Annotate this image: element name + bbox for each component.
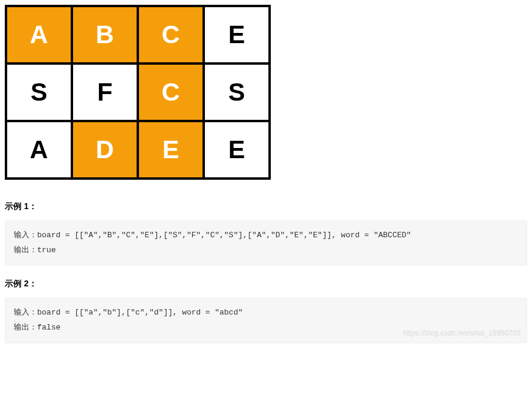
grid-cell: F [72, 64, 138, 121]
grid-cell: E [138, 121, 204, 179]
grid-cell: C [138, 64, 204, 121]
example-block: 示例 2： 输入：board = [["a","b"],["c","d"]], … [5, 279, 527, 343]
grid-cell: S [6, 64, 72, 121]
example-code: 输入：board = [["A","B","C","E"],["S","F","… [5, 220, 527, 265]
grid-cell: B [72, 6, 138, 64]
input-code: board = [["a","b"],["c","d"]], word = "a… [37, 308, 243, 317]
output-label: 输出： [14, 246, 37, 255]
grid-cell: C [138, 6, 204, 64]
input-label: 输入： [14, 231, 37, 240]
watermark-text: https://blog.csdn.net/sinat_29950703 [403, 327, 521, 340]
example-block: 示例 1： 输入：board = [["A","B","C","E"],["S"… [5, 201, 527, 265]
output-code: true [37, 246, 56, 255]
output-label: 输出： [14, 323, 37, 332]
example-title: 示例 1： [5, 201, 527, 212]
board-grid: A B C E S F C S A D E E [5, 5, 271, 180]
grid-cell: S [204, 64, 270, 121]
grid-cell: A [6, 6, 72, 64]
grid-cell: A [6, 121, 72, 179]
input-code: board = [["A","B","C","E"],["S","F","C",… [37, 231, 411, 240]
input-label: 输入： [14, 308, 37, 317]
grid-cell: E [204, 6, 270, 64]
output-code: false [37, 323, 61, 332]
grid-cell: E [204, 121, 270, 179]
grid-cell: D [72, 121, 138, 179]
example-code: 输入：board = [["a","b"],["c","d"]], word =… [5, 298, 527, 343]
example-title: 示例 2： [5, 279, 527, 289]
